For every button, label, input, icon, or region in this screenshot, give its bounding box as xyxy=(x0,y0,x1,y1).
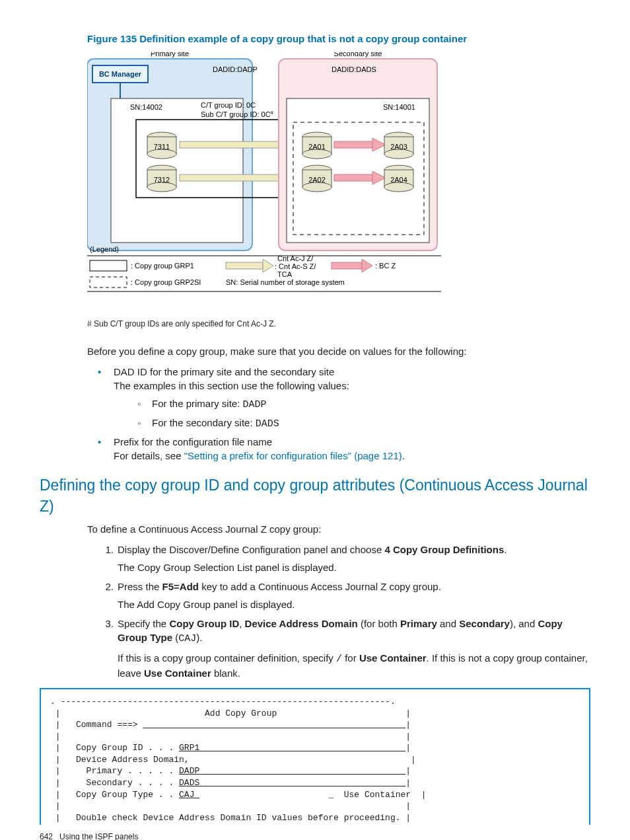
step-bold: F5=Add xyxy=(162,581,199,592)
footer-label: Using the ISPF panels xyxy=(59,832,138,840)
svg-text:7311: 7311 xyxy=(154,143,170,151)
svg-text:2A02: 2A02 xyxy=(308,176,326,184)
terminal-line: . --------------------------------------… xyxy=(50,697,396,706)
bc-manager: BC Manager xyxy=(99,70,142,78)
list-text: The examples in this section use the fol… xyxy=(114,380,349,391)
svg-rect-29 xyxy=(334,141,372,148)
step-text: (for both xyxy=(358,618,400,629)
terminal-warning: Double check Device Address Domain ID va… xyxy=(61,813,406,823)
list-item: DAD ID for the primary site and the seco… xyxy=(114,365,590,431)
svg-marker-48 xyxy=(263,259,273,272)
terminal-command-label: Command ===> xyxy=(61,720,143,730)
requirements-list: DAD ID for the primary site and the seco… xyxy=(87,365,590,463)
svg-point-8 xyxy=(147,149,176,159)
figure-footnote: # Sub C/T group IDs are only specified f… xyxy=(87,319,590,330)
terminal-use-container[interactable]: _ Use Container xyxy=(199,790,421,800)
page-footer: 642 Using the ISPF panels xyxy=(40,831,590,840)
svg-rect-31 xyxy=(334,174,372,181)
svg-text:: Cnt Ac-S Z/: : Cnt Ac-S Z/ xyxy=(275,262,316,270)
svg-text:SN: Serial number of storage s: SN: Serial number of storage system xyxy=(226,278,345,286)
terminal-title: Add Copy Group xyxy=(61,708,406,718)
step-text: ( xyxy=(172,632,178,643)
code-text: CAJ xyxy=(178,633,196,644)
svg-rect-43 xyxy=(90,260,127,271)
svg-marker-53 xyxy=(362,259,372,272)
link-config-prefix[interactable]: "Setting a prefix for configuration file… xyxy=(184,450,402,461)
list-item: Prefix for the configuration file name F… xyxy=(114,435,590,463)
figure-title: Figure 135 Definition example of a copy … xyxy=(87,32,590,46)
page-number: 642 xyxy=(40,832,53,840)
svg-text:: Copy group GRP1: : Copy group GRP1 xyxy=(131,262,194,270)
list-item: Specify the Copy Group ID, Device Addres… xyxy=(114,617,590,680)
step-text: key to add a Continuous Access Journal Z… xyxy=(199,581,441,592)
svg-text:: Copy group GRP2SI: : Copy group GRP2SI xyxy=(131,278,201,286)
list-text: . xyxy=(402,450,405,461)
svg-rect-47 xyxy=(226,262,263,269)
list-item: For the secondary site: DADS xyxy=(137,416,590,431)
list-text: Prefix for the configuration file name xyxy=(114,436,272,447)
svg-point-35 xyxy=(384,149,413,159)
step-bold: Secondary xyxy=(459,618,510,629)
svg-rect-45 xyxy=(90,277,127,287)
secondary-site-label: Secondary site xyxy=(334,52,382,57)
svg-text:2A03: 2A03 xyxy=(390,143,407,151)
code-text: DADS xyxy=(256,418,279,430)
primary-site-label: Primary site xyxy=(151,52,189,57)
step-text: Display the Discover/Define Configuratio… xyxy=(118,544,384,555)
terminal-secondary-input[interactable]: DADS xyxy=(179,778,405,788)
vol-7311: 7311 xyxy=(147,132,176,159)
step-text: The Copy Group Selection List panel is d… xyxy=(118,560,590,574)
list-text: DAD ID for the primary site and the seco… xyxy=(114,366,334,377)
step-bold: Copy Group ID xyxy=(169,618,239,629)
dadid-secondary: DADID:DADS xyxy=(332,65,376,73)
terminal-primary-input[interactable]: DADP xyxy=(179,766,405,776)
step-text: , xyxy=(239,618,244,629)
list-item: For the primary site: DADP xyxy=(137,397,590,412)
terminal-line: Device Address Domain, xyxy=(61,755,411,765)
terminal-field-label: Primary . . . . . xyxy=(61,766,179,776)
list-text: For the primary site: xyxy=(152,398,243,409)
svg-point-12 xyxy=(147,182,176,192)
diagram-figure: Primary site DADID:DADP BC Manager SN:14… xyxy=(87,52,590,307)
vol-7312: 7312 xyxy=(147,165,176,192)
svg-text:TCA: TCA xyxy=(277,270,293,278)
svg-text:: BC Z: : BC Z xyxy=(375,262,396,270)
sn-primary: SN:14002 xyxy=(130,103,162,111)
terminal-field-label: Secondary . . . . xyxy=(61,778,179,788)
step-bold: Use Container xyxy=(359,652,427,664)
svg-text:2A01: 2A01 xyxy=(308,143,326,151)
step-bold: Primary xyxy=(400,618,437,629)
svg-point-23 xyxy=(302,149,332,159)
terminal-command-input[interactable] xyxy=(143,720,405,730)
svg-text:Sub C/T group ID: 0C#: Sub C/T group ID: 0C# xyxy=(201,110,274,119)
list-item: Display the Discover/Define Configuratio… xyxy=(114,543,590,574)
svg-rect-52 xyxy=(332,262,362,269)
list-text: For the secondary site: xyxy=(152,417,256,428)
intro-paragraph: Before you define a copy group, make sur… xyxy=(87,344,590,358)
svg-rect-16 xyxy=(180,174,290,181)
svg-text:2A04: 2A04 xyxy=(390,176,407,184)
terminal-copy-group-id-input[interactable]: GRP1 xyxy=(179,743,405,753)
svg-text:7312: 7312 xyxy=(154,176,170,184)
terminal-panel: . --------------------------------------… xyxy=(40,688,590,825)
step-text: and xyxy=(437,618,459,629)
step-text: Specify the xyxy=(118,618,169,629)
svg-rect-14 xyxy=(180,141,290,148)
step-text: Press the xyxy=(118,581,162,592)
step-bold: 4 Copy Group Definitions xyxy=(384,544,504,555)
step-bold: Use Container xyxy=(144,668,211,679)
step-text: ), and xyxy=(510,618,538,629)
svg-point-39 xyxy=(384,182,413,192)
sub-list: For the primary site: DADP For the secon… xyxy=(137,397,590,431)
code-text: DADP xyxy=(243,399,267,410)
terminal-copy-group-type-input[interactable]: CAJ xyxy=(179,790,199,800)
code-text: / xyxy=(336,654,342,665)
section-heading: Defining the copy group ID and copy grou… xyxy=(40,475,590,517)
terminal-line xyxy=(61,732,406,742)
dadid-primary: DADID:DADP xyxy=(213,65,258,73)
step-bold: Device Address Domain xyxy=(245,618,358,629)
terminal-field-label: Copy Group ID . . . xyxy=(61,743,179,753)
step-text: If this is a copy group container defini… xyxy=(118,651,590,680)
list-item: Press the F5=Add key to add a Continuous… xyxy=(114,580,590,611)
svg-point-27 xyxy=(302,182,332,192)
